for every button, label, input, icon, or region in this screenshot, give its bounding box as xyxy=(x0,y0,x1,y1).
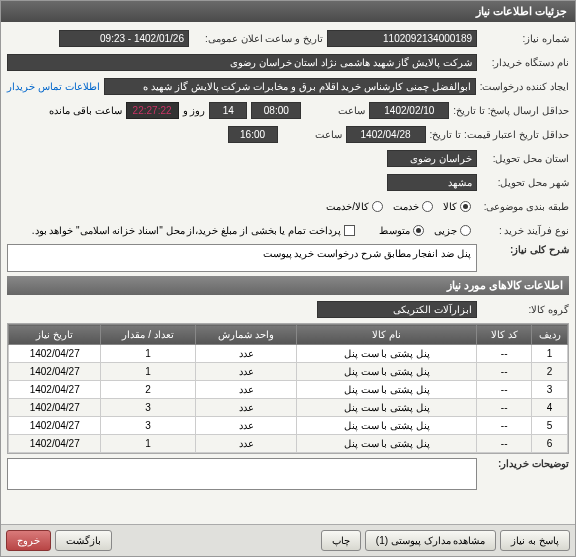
cell-name: پنل پشتی با ست پنل xyxy=(297,399,477,417)
cell-qty: 2 xyxy=(101,381,195,399)
cell-qty: 1 xyxy=(101,345,195,363)
label-time2: ساعت xyxy=(282,129,342,140)
radio-icon xyxy=(372,201,383,212)
radio-medium[interactable]: متوسط xyxy=(379,225,424,236)
label-city: شهر محل تحویل: xyxy=(481,177,569,188)
cell-unit: عدد xyxy=(195,417,297,435)
items-table: ردیف کد کالا نام کالا واحد شمارش تعداد /… xyxy=(8,324,568,453)
cell-unit: عدد xyxy=(195,345,297,363)
col-row[interactable]: ردیف xyxy=(532,325,568,345)
exit-button[interactable]: خروج xyxy=(6,530,51,551)
row-purchase-type: نوع فرآیند خرید : جزیی متوسط پرداخت تمام… xyxy=(7,220,569,240)
row-buyer-org: نام دستگاه خریدار: شرکت پالایش گاز شهید … xyxy=(7,52,569,72)
back-button[interactable]: بازگشت xyxy=(55,530,112,551)
col-qty[interactable]: تعداد / مقدار xyxy=(101,325,195,345)
row-need-number: شماره نیاز: 1102092134000189 تاریخ و ساع… xyxy=(7,28,569,48)
radio-icon xyxy=(413,225,424,236)
row-requester: ایجاد کننده درخواست: ابوالفضل چمنی کارشن… xyxy=(7,76,569,96)
cell-n: 5 xyxy=(532,417,568,435)
radio-service[interactable]: خدمت xyxy=(393,201,433,212)
cell-code: -- xyxy=(477,363,532,381)
desc-text[interactable]: پنل ضد انفجار مطابق شرح درخواست خرید پیو… xyxy=(7,244,477,272)
live-clock: 22:27:22 xyxy=(126,102,179,119)
cell-date: 1402/04/27 xyxy=(9,417,101,435)
checkbox-payment[interactable]: پرداخت تمام یا بخشی از مبلغ خرید،از محل … xyxy=(32,225,355,236)
cell-qty: 1 xyxy=(101,435,195,453)
label-category: طبقه بندی موضوعی: xyxy=(481,201,569,212)
attachments-button[interactable]: مشاهده مدارک پیوستی (1) xyxy=(365,530,497,551)
reply-button[interactable]: پاسخ به نیاز xyxy=(500,530,570,551)
cell-n: 6 xyxy=(532,435,568,453)
cell-n: 2 xyxy=(532,363,568,381)
value-city: مشهد xyxy=(387,174,477,191)
title-bar: جزئیات اطلاعات نیاز xyxy=(1,1,575,22)
label-purchase-type: نوع فرآیند خرید : xyxy=(481,225,569,236)
radio-icon xyxy=(460,225,471,236)
row-group: گروه کالا: ابزارآلات الکتریکی xyxy=(7,299,569,319)
cell-qty: 3 xyxy=(101,417,195,435)
table-row[interactable]: 5--پنل پشتی با ست پنلعدد31402/04/27 xyxy=(9,417,568,435)
value-need-no: 1102092134000189 xyxy=(327,30,477,47)
buyer-contact-link[interactable]: اطلاعات تماس خریدار xyxy=(7,81,100,92)
print-button[interactable]: چاپ xyxy=(321,530,361,551)
cell-name: پنل پشتی با ست پنل xyxy=(297,381,477,399)
cell-date: 1402/04/27 xyxy=(9,363,101,381)
content-area: شماره نیاز: 1102092134000189 تاریخ و ساع… xyxy=(1,22,575,524)
table-row[interactable]: 1--پنل پشتی با ست پنلعدد11402/04/27 xyxy=(9,345,568,363)
cell-date: 1402/04/27 xyxy=(9,381,101,399)
footer-buttons: پاسخ به نیاز مشاهده مدارک پیوستی (1) چاپ… xyxy=(1,524,575,556)
value-days: 14 xyxy=(209,102,247,119)
value-deadline-date: 1402/02/10 xyxy=(369,102,449,119)
value-buyer-org: شرکت پالایش گاز شهید هاشمی نژاد استان خر… xyxy=(7,54,477,71)
items-section-header: اطلاعات کالاهای مورد نیاز xyxy=(7,276,569,295)
radio-label-medium: متوسط xyxy=(379,225,410,236)
spacer xyxy=(116,530,317,551)
row-buyer-notes: توضیحات خریدار: xyxy=(7,458,569,490)
row-province: استان محل تحویل: خراسان رضوی xyxy=(7,148,569,168)
label-time1: ساعت xyxy=(305,105,365,116)
col-date[interactable]: تاریخ نیاز xyxy=(9,325,101,345)
table-header-row: ردیف کد کالا نام کالا واحد شمارش تعداد /… xyxy=(9,325,568,345)
cell-unit: عدد xyxy=(195,399,297,417)
value-requester: ابوالفضل چمنی کارشناس خرید اقلام برق و م… xyxy=(104,78,476,95)
col-unit[interactable]: واحد شمارش xyxy=(195,325,297,345)
buyer-notes-text[interactable] xyxy=(7,458,477,490)
table-row[interactable]: 6--پنل پشتی با ست پنلعدد11402/04/27 xyxy=(9,435,568,453)
col-name[interactable]: نام کالا xyxy=(297,325,477,345)
cell-n: 3 xyxy=(532,381,568,399)
label-buyer-notes: توضیحات خریدار: xyxy=(481,458,569,469)
label-deadline: حداقل ارسال پاسخ: تا تاریخ: xyxy=(453,105,569,116)
label-group: گروه کالا: xyxy=(481,304,569,315)
row-category: طبقه بندی موضوعی: کالا خدمت کالا/خدمت xyxy=(7,196,569,216)
table-row[interactable]: 2--پنل پشتی با ست پنلعدد11402/04/27 xyxy=(9,363,568,381)
cell-name: پنل پشتی با ست پنل xyxy=(297,363,477,381)
cell-code: -- xyxy=(477,435,532,453)
value-public-date: 1402/01/26 - 09:23 xyxy=(59,30,189,47)
value-credit-time: 16:00 xyxy=(228,126,278,143)
cell-date: 1402/04/27 xyxy=(9,345,101,363)
cell-code: -- xyxy=(477,417,532,435)
label-need-no: شماره نیاز: xyxy=(481,33,569,44)
label-province: استان محل تحویل: xyxy=(481,153,569,164)
value-deadline-time: 08:00 xyxy=(251,102,301,119)
cell-unit: عدد xyxy=(195,435,297,453)
radio-goods[interactable]: کالا xyxy=(443,201,471,212)
cell-name: پنل پشتی با ست پنل xyxy=(297,345,477,363)
cell-code: -- xyxy=(477,345,532,363)
cell-date: 1402/04/27 xyxy=(9,399,101,417)
table-row[interactable]: 3--پنل پشتی با ست پنلعدد21402/04/27 xyxy=(9,381,568,399)
row-credit: حداقل تاریخ اعتبار قیمت: تا تاریخ: 1402/… xyxy=(7,124,569,144)
radio-both[interactable]: کالا/خدمت xyxy=(326,201,383,212)
cell-unit: عدد xyxy=(195,381,297,399)
cell-n: 1 xyxy=(532,345,568,363)
row-deadline: حداقل ارسال پاسخ: تا تاریخ: 1402/02/10 س… xyxy=(7,100,569,120)
items-table-wrap: ردیف کد کالا نام کالا واحد شمارش تعداد /… xyxy=(7,323,569,454)
table-row[interactable]: 4--پنل پشتی با ست پنلعدد31402/04/27 xyxy=(9,399,568,417)
radio-label-partial: جزیی xyxy=(434,225,457,236)
col-code[interactable]: کد کالا xyxy=(477,325,532,345)
payment-note: پرداخت تمام یا بخشی از مبلغ خرید،از محل … xyxy=(32,225,341,236)
label-buyer-org: نام دستگاه خریدار: xyxy=(481,57,569,68)
value-credit-date: 1402/04/28 xyxy=(346,126,426,143)
label-desc: شرح کلی نیاز: xyxy=(481,244,569,255)
radio-partial[interactable]: جزیی xyxy=(434,225,471,236)
